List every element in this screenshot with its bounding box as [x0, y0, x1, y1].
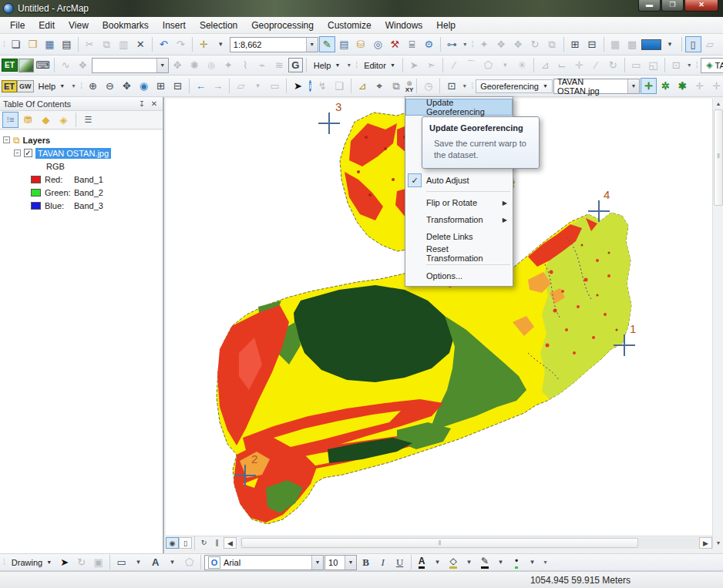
- fill-color-dropdown-arrow[interactable]: ▾: [461, 554, 477, 570]
- search-window-button[interactable]: ◎: [370, 36, 386, 52]
- line-color-dropdown-arrow[interactable]: ▾: [493, 554, 509, 570]
- chevron-down-icon[interactable]: ▼: [345, 556, 356, 570]
- toc-layers-row[interactable]: − ⧉ Layers: [0, 133, 163, 146]
- edit-vertices-icon[interactable]: ⬠: [181, 554, 197, 570]
- toolbar-grip[interactable]: ⁞: [80, 82, 82, 90]
- identify-icon[interactable]: i: [309, 80, 311, 92]
- control-point-cross[interactable]: [244, 465, 246, 486]
- minimize-button[interactable]: ▬: [638, 0, 661, 12]
- swatch-dropdown-arrow[interactable]: ▾: [662, 36, 678, 52]
- control-point-cross[interactable]: [598, 200, 600, 222]
- rotate-tool-icon[interactable]: ↻: [605, 57, 621, 73]
- print-button[interactable]: ▤: [59, 36, 75, 52]
- sketch-properties-icon[interactable]: ◱: [645, 57, 661, 73]
- toolbar-grip[interactable]: ⁞: [3, 558, 5, 566]
- menu-item-delete-links[interactable]: Delete Links: [405, 228, 513, 245]
- select-elements-icon[interactable]: ➤: [56, 554, 72, 570]
- graphics-ungroup-button[interactable]: ❖: [510, 36, 526, 52]
- find-icon[interactable]: ⌖: [372, 78, 388, 94]
- table-of-contents-window-button[interactable]: ▤: [336, 36, 352, 52]
- et-help-menu[interactable]: Help▼: [310, 59, 345, 72]
- pause-drawing-icon[interactable]: ∥: [210, 537, 224, 549]
- collapse-icon[interactable]: −: [3, 136, 10, 143]
- lock-button[interactable]: ⚿: [719, 36, 723, 52]
- endpoint-icon[interactable]: ⌙: [554, 57, 570, 73]
- refresh-view-icon[interactable]: ↻: [197, 537, 210, 549]
- list-by-source-button[interactable]: ⛃: [20, 112, 36, 128]
- list-by-selection-button[interactable]: ◈: [55, 112, 72, 128]
- viewer-window-icon[interactable]: ⊡: [443, 78, 459, 94]
- new-document-button[interactable]: ❏: [8, 36, 24, 52]
- et-tool-3-icon[interactable]: ◎: [203, 57, 220, 73]
- redo-button[interactable]: ↷: [173, 36, 189, 52]
- rotate-graphic-button[interactable]: ↻: [527, 36, 543, 52]
- control-point-cross[interactable]: [328, 113, 330, 134]
- toolbar-grip[interactable]: ⁞: [696, 61, 698, 69]
- collapse-icon[interactable]: −: [14, 150, 21, 156]
- menu-help[interactable]: Help: [429, 18, 462, 33]
- delete-button[interactable]: ✕: [133, 36, 149, 52]
- vertical-scrollbar-thumb[interactable]: ⦀: [714, 109, 723, 206]
- georeferencing-layer-combo[interactable]: TAVAN OSTAN.jpg ▼: [553, 79, 640, 94]
- create-features-window-icon[interactable]: ⊡: [668, 57, 684, 73]
- edit-tool-icon[interactable]: ➤: [406, 57, 422, 73]
- select-elements-icon[interactable]: ➤: [290, 78, 306, 94]
- go-back-extent-icon[interactable]: ←: [193, 78, 209, 94]
- undo-button[interactable]: ↶: [156, 36, 172, 52]
- measure-icon[interactable]: ⊿: [355, 78, 371, 94]
- etgw-help-menu[interactable]: Help▼: [35, 80, 69, 92]
- menu-view[interactable]: View: [62, 18, 96, 33]
- arctoolbox-window-button[interactable]: ⚒: [387, 36, 403, 52]
- underline-button[interactable]: U: [392, 554, 408, 570]
- et-tool-4-icon[interactable]: ✦: [220, 57, 237, 73]
- menu-item-options[interactable]: Options...: [405, 267, 513, 284]
- connect-folder-button[interactable]: ⊶: [444, 36, 460, 52]
- go-to-xy-icon[interactable]: ◎XY: [405, 79, 414, 93]
- time-slider-icon[interactable]: ◷: [420, 78, 436, 94]
- toolbar-grip[interactable]: ⁞: [472, 40, 474, 49]
- go-forward-extent-icon[interactable]: →: [210, 78, 226, 94]
- save-button[interactable]: ▦: [42, 36, 58, 52]
- drawing-menu-button[interactable]: Drawing▼: [8, 556, 55, 569]
- align-left-button[interactable]: ⊞: [567, 36, 583, 52]
- layout-view-button[interactable]: ▯: [179, 537, 192, 549]
- paste-button[interactable]: ▥: [116, 36, 132, 52]
- catalog-window-button[interactable]: ⛁: [353, 36, 369, 52]
- data-frame-properties-button[interactable]: ▯: [685, 36, 701, 52]
- trace-icon[interactable]: ⊿: [537, 57, 553, 73]
- shape-dropdown-arrow[interactable]: ▾: [130, 554, 146, 570]
- et-tool-5-icon[interactable]: ⌇: [237, 57, 254, 73]
- graphics-group-button[interactable]: ❖: [493, 36, 509, 52]
- hyperlink-icon[interactable]: ↯: [314, 78, 331, 94]
- add-control-points-tool[interactable]: ✛: [641, 78, 657, 94]
- attributes-window-icon[interactable]: ▭: [628, 57, 644, 73]
- auto-registration-tool[interactable]: ✲: [657, 78, 674, 94]
- menu-file[interactable]: File: [3, 18, 32, 33]
- spatial-adjust-icon[interactable]: ❖: [75, 57, 91, 73]
- fill-color-button[interactable]: ◇: [446, 556, 460, 570]
- menu-edit[interactable]: Edit: [32, 18, 62, 33]
- fixed-zoom-in-icon[interactable]: ⊞: [153, 78, 169, 94]
- georeferencing-menu-button[interactable]: Georeferencing▼: [476, 79, 553, 93]
- fill-color-swatch[interactable]: [641, 39, 661, 50]
- toc-layer-name[interactable]: TAVAN OSTAN.jpg: [35, 148, 111, 159]
- toc-layer-row[interactable]: − ✓ TAVAN OSTAN.jpg: [0, 146, 163, 160]
- layer-visibility-checkbox[interactable]: ✓: [24, 149, 32, 157]
- zoom-to-selected-icon[interactable]: ▣: [90, 554, 106, 570]
- toolbar-overflow-button[interactable]: ▾: [685, 62, 694, 69]
- calculator-icon[interactable]: ⌨: [35, 57, 51, 73]
- editor-menu[interactable]: Editor▼: [360, 59, 399, 72]
- cut-button[interactable]: ✂: [82, 36, 98, 52]
- et-geotools-icon[interactable]: ET GW: [2, 80, 34, 92]
- align-right-button[interactable]: ⊟: [584, 36, 600, 52]
- editor-toolbar-toggle[interactable]: ✎: [319, 36, 335, 52]
- list-by-drawing-order-button[interactable]: ⁝≡: [2, 112, 18, 128]
- clear-selection-icon[interactable]: ▭: [267, 78, 283, 94]
- new-text-icon[interactable]: A: [147, 554, 163, 570]
- menu-item-flip-or-rotate[interactable]: Flip or Rotate▶: [405, 194, 513, 211]
- scroll-down-arrow[interactable]: ▼: [714, 539, 723, 548]
- data-view-button[interactable]: ◉: [166, 537, 179, 549]
- delete-link-tool[interactable]: ✛: [708, 78, 723, 94]
- bold-button[interactable]: B: [358, 554, 374, 570]
- list-by-visibility-button[interactable]: ◆: [38, 112, 54, 128]
